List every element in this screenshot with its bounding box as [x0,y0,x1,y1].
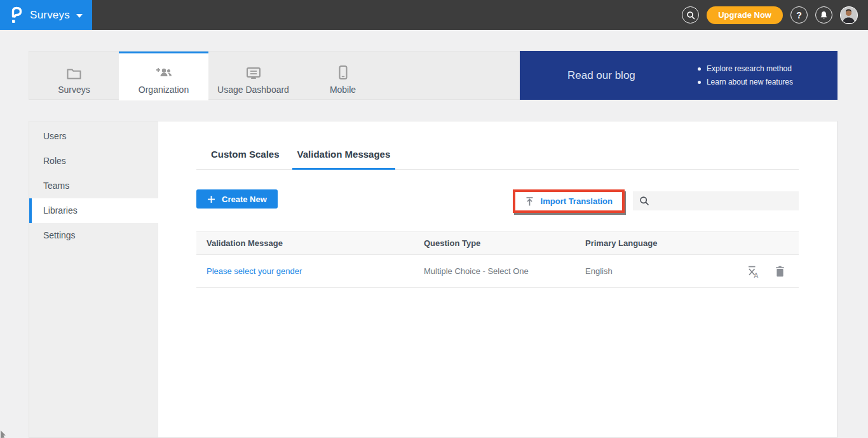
tab-organization[interactable]: Organization [119,51,208,100]
add-users-icon [154,64,173,80]
table-row: Please select your gender Multiple Choic… [196,255,799,288]
dashboard-screen-icon [245,64,262,80]
bell-icon [820,11,828,20]
library-tabs: Custom Scales Validation Messages [196,149,799,170]
tab-label: Mobile [330,85,356,95]
product-name: Surveys [30,9,70,22]
smartphone-icon [338,64,348,80]
tab-surveys[interactable]: Surveys [29,51,119,100]
validation-message-link[interactable]: Please select your gender [196,266,414,276]
row-actions: A [740,264,799,278]
tab-custom-scales[interactable]: Custom Scales [206,149,285,170]
primary-language-cell: English [575,266,740,276]
sidebar-item-roles[interactable]: Roles [29,149,158,174]
tab-label: Usage Dashboard [217,85,289,95]
tab-validation-messages[interactable]: Validation Messages [292,149,396,170]
banner-bullet-list: Explore research method Learn about new … [696,62,793,89]
tab-usage-dashboard[interactable]: Usage Dashboard [208,51,298,100]
create-new-button[interactable]: Create New [196,189,278,209]
highlight-annotation-box: Import Translation [513,189,625,213]
question-type-cell: Multiple Choice - Select One [414,266,575,276]
user-avatar[interactable] [840,6,858,24]
table-header: Validation Message Question Type Primary… [196,231,799,255]
banner-bullet: Explore research method [696,62,793,76]
search-icon [639,196,649,206]
column-question-type: Question Type [414,238,575,248]
toolbar: Create New Import Translation [196,189,799,213]
column-validation-message: Validation Message [196,238,414,248]
mouse-cursor [0,429,8,438]
upload-icon [525,196,534,207]
sidebar-item-libraries[interactable]: Libraries [29,198,158,223]
plus-icon [207,195,215,203]
workspace-tabs: Surveys Organization [29,51,520,100]
column-primary-language: Primary Language [575,238,740,248]
topbar-actions: Upgrade Now ? [682,6,858,24]
svg-text:A: A [754,271,759,278]
notifications-button[interactable] [815,6,832,24]
tab-label: Organization [139,85,189,95]
validation-messages-table: Validation Message Question Type Primary… [196,231,799,288]
banner-title: Read our blog [567,69,635,82]
global-search-button[interactable] [682,6,699,24]
help-button[interactable]: ? [790,6,808,24]
organization-sidebar: Users Roles Teams Libraries Settings [29,121,158,437]
create-new-label: Create New [222,195,267,204]
blog-promo-banner[interactable]: Read our blog Explore research method Le… [520,51,837,100]
translate-icon: A [747,264,760,278]
search-input[interactable] [654,191,799,210]
libraries-content: Custom Scales Validation Messages Create… [158,121,837,437]
toolbar-right: Import Translation [513,189,799,213]
main-panel: Users Roles Teams Libraries Settings Cus… [29,121,837,438]
banner-bullet: Learn about new features [696,76,793,89]
question-mark-icon: ? [796,10,802,20]
top-bar: Surveys Upgrade Now ? [0,0,868,30]
questionpro-logo-icon [10,5,24,25]
table-search [633,191,799,210]
sidebar-item-settings[interactable]: Settings [29,223,158,248]
upgrade-now-button[interactable]: Upgrade Now [707,6,783,24]
tab-label: Surveys [58,85,90,95]
caret-down-icon [76,14,83,18]
sidebar-item-users[interactable]: Users [29,124,158,149]
tab-mobile[interactable]: Mobile [298,51,388,100]
import-translation-label: Import Translation [541,196,613,206]
translate-button[interactable]: A [747,264,760,278]
search-icon [686,11,695,20]
delete-button[interactable] [775,266,785,277]
sidebar-item-teams[interactable]: Teams [29,174,158,198]
import-translation-button[interactable]: Import Translation [515,192,622,210]
folder-icon [66,64,82,80]
secondary-nav-strip: Surveys Organization [29,51,837,100]
product-switcher[interactable]: Surveys [0,0,92,30]
trash-icon [775,266,785,277]
